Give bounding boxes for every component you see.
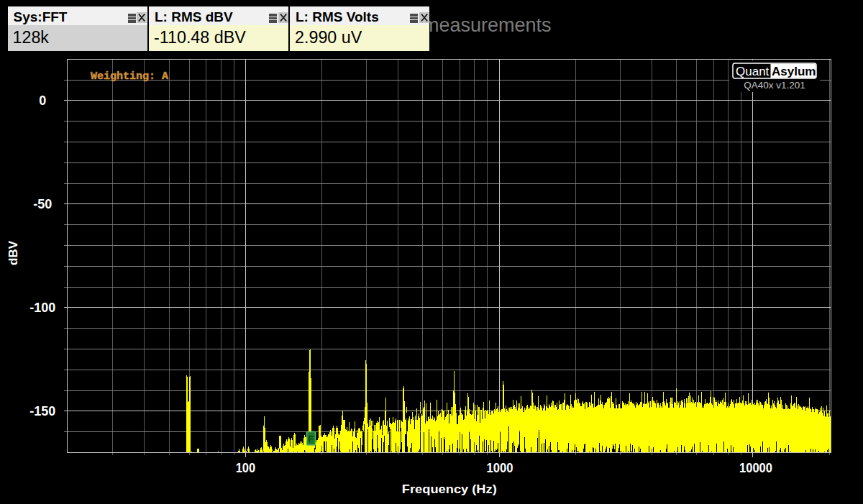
- svg-text:1000: 1000: [487, 460, 513, 475]
- svg-text:100: 100: [236, 460, 256, 475]
- svg-text:10000: 10000: [739, 460, 772, 475]
- svg-text:0: 0: [39, 93, 46, 108]
- svg-text:F: F: [309, 434, 314, 444]
- svg-text:Weighting: A: Weighting: A: [91, 70, 168, 83]
- svg-text:Quant: Quant: [736, 65, 770, 78]
- svg-text:measurements: measurements: [423, 14, 552, 36]
- svg-text:Asylum: Asylum: [772, 65, 816, 78]
- svg-text:-50: -50: [33, 197, 52, 211]
- svg-text:-150: -150: [29, 404, 55, 418]
- svg-text:Frequency (Hz): Frequency (Hz): [402, 482, 497, 496]
- svg-text:dBV: dBV: [7, 241, 19, 265]
- svg-text:-100: -100: [29, 301, 55, 315]
- svg-text:QA40x v1.201: QA40x v1.201: [744, 80, 805, 91]
